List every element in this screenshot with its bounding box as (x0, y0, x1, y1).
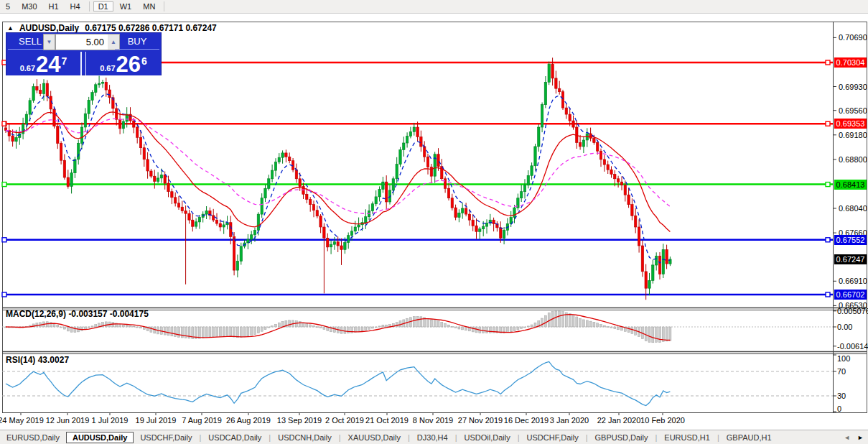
volume-decrease-button[interactable]: ▼ (43, 34, 55, 50)
tab-xauusd-daily[interactable]: XAUUSD,Daily (342, 433, 407, 443)
tab-usdcad-daily[interactable]: USDCAD,Daily (202, 433, 268, 443)
date-tick-label: 10 Feb 2020 (640, 416, 685, 425)
ohlc-values: 0.67175 0.67286 0.67171 0.67247 (85, 23, 217, 33)
tab-usdchf-daily[interactable]: USDCHF,Daily (134, 433, 198, 443)
level-price-badge: 0.69353 (834, 119, 867, 129)
macd-label: MACD(12,26,9) -0.003157 -0.004175 (6, 309, 149, 319)
date-tick-label: 24 May 2019 (0, 416, 44, 425)
date-tick-label: 16 Dec 2019 (504, 416, 549, 425)
date-tick-label: 2 Oct 2019 (325, 416, 364, 425)
date-tick-label: 21 Oct 2019 (365, 416, 409, 425)
date-tick-label: 3 Jan 2020 (550, 416, 589, 425)
tab-usdcnh-daily[interactable]: USDCNH,Daily (271, 433, 338, 443)
price-tick: 0.70690 (839, 33, 868, 42)
rsi-axis-label: 0 (837, 404, 841, 413)
date-tick-label: 1 Jul 2019 (92, 416, 129, 425)
rsi-axis-label: 70 (837, 367, 846, 376)
date-tick-label: 13 Sep 2019 (277, 416, 322, 425)
tab-eurusd-h1[interactable]: EURUSD,H1 (658, 433, 717, 443)
rsi-axis-label: 30 (837, 392, 846, 400)
date-tick-label: 7 Aug 2019 (182, 416, 222, 425)
sell-price-big: 24 (36, 54, 60, 75)
tab-scroll-left-icon[interactable]: ◄ (844, 434, 850, 441)
tab-usdoil-daily[interactable]: USDOil,Daily (457, 433, 516, 443)
tab-dj30-h4[interactable]: DJ30,H4 (411, 433, 454, 443)
tab-gbpusd-daily[interactable]: GBPUSD,Daily (589, 433, 655, 443)
price-tick: 0.69560 (839, 106, 868, 115)
sell-price-tile[interactable]: 0.67 24 7 (6, 52, 82, 75)
tab-audusd-daily[interactable]: AUDUSD,Daily (66, 432, 134, 443)
buy-price-big: 26 (116, 54, 141, 75)
price-tick: 0.69930 (839, 83, 868, 91)
date-tick-label: 8 Nov 2019 (413, 416, 453, 425)
symbol-label: AUDUSD,Daily (19, 23, 79, 33)
one-click-trade-panel: SELL ▼ 5.00 ▲ BUY 0.67 24 7 0.67 26 6 (6, 32, 162, 75)
price-tick: 0.68040 (839, 204, 868, 213)
tab-scroll-right-icon[interactable]: ► (857, 434, 864, 441)
buy-button[interactable]: BUY (115, 34, 159, 50)
date-tick-label: 22 Jan 2020 (597, 416, 641, 425)
macd-axis-label: -0.006148 (837, 342, 868, 351)
level-price-badge: 0.67552 (834, 235, 867, 245)
trading-terminal: 5M30H1H4D1W1MN ▲ AUDUSD,Daily 0.67175 0.… (0, 0, 868, 444)
macd-axis-label: 0.005076 (837, 307, 868, 315)
sell-price-pip: 7 (62, 55, 67, 67)
date-tick-label: 26 Aug 2019 (226, 416, 271, 425)
tab-eurusd-daily[interactable]: EURUSD,Daily (0, 433, 66, 443)
chart-title: ▲ AUDUSD,Daily 0.67175 0.67286 0.67171 0… (7, 23, 217, 33)
price-tick: 0.69180 (839, 131, 868, 139)
date-tick-label: 19 Jul 2019 (136, 416, 177, 425)
sell-price-prefix: 0.67 (20, 64, 35, 73)
rsi-label: RSI(14) 43.0027 (6, 355, 69, 365)
collapse-arrow-icon[interactable]: ▲ (7, 24, 14, 32)
tab-usdchf-daily[interactable]: USDCHF,Daily (521, 433, 585, 443)
price-tick: 0.66910 (839, 277, 868, 285)
date-tick-label: 27 Nov 2019 (458, 416, 503, 425)
macd-axis-label: 0.00 (837, 323, 852, 331)
date-tick-label: 12 Jun 2019 (46, 416, 90, 425)
symbol-tab-bar: EURUSD,DailyAUDUSD,DailyUSDCHF,Daily|USD… (0, 430, 868, 444)
buy-price-tile[interactable]: 0.67 26 6 (85, 52, 161, 75)
price-tick: 0.68800 (839, 155, 868, 164)
level-price-badge: 0.68413 (834, 180, 867, 190)
level-price-badge: 0.66702 (834, 290, 867, 300)
buy-price-pip: 6 (141, 55, 147, 67)
level-price-badge: 0.70304 (834, 57, 867, 68)
current-price-badge: 0.67247 (834, 254, 867, 264)
tab-gbpaud-h1[interactable]: GBPAUD,H1 (720, 433, 778, 443)
rsi-axis-label: 100 (837, 354, 850, 363)
buy-price-prefix: 0.67 (100, 64, 115, 73)
volume-input[interactable]: 5.00 (55, 34, 108, 50)
